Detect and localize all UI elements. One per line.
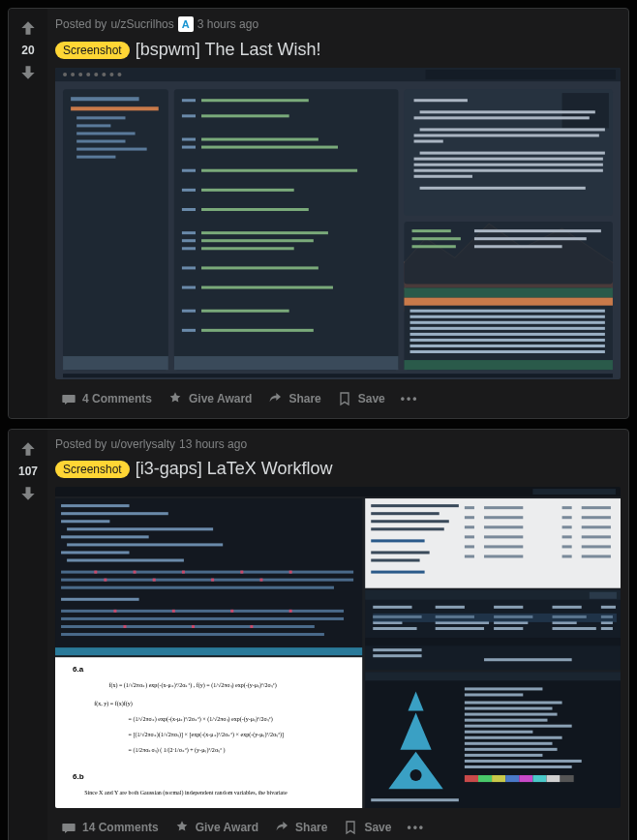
svg-rect-123 (371, 504, 459, 507)
svg-rect-175 (494, 627, 523, 630)
arrow-down-icon (18, 484, 38, 503)
author-link[interactable]: u/zSucrilhos (110, 17, 173, 31)
svg-rect-76 (410, 315, 605, 318)
more-button[interactable]: ••• (395, 388, 425, 409)
svg-point-5 (86, 73, 90, 76)
svg-rect-136 (484, 516, 523, 519)
author-link[interactable]: u/overlysalty (110, 437, 175, 451)
svg-rect-158 (373, 606, 411, 609)
svg-rect-36 (182, 231, 196, 234)
svg-rect-100 (61, 598, 139, 601)
svg-rect-42 (182, 266, 196, 269)
svg-rect-52 (562, 93, 609, 128)
svg-rect-203 (465, 731, 532, 734)
svg-rect-103 (61, 625, 315, 628)
more-button[interactable]: ••• (401, 817, 431, 838)
post-title[interactable]: [bspwm] The Last Wish! (136, 40, 321, 60)
downvote-button[interactable] (16, 61, 40, 84)
post-flair[interactable]: Screenshot (55, 461, 130, 478)
svg-text:= (1/√2πσₓ) exp(-(x-μₓ)²/2σₓ²): = (1/√2πσₓ) exp(-(x-μₓ)²/2σₓ²) × (1/√2πσ… (129, 716, 273, 723)
svg-rect-133 (562, 506, 572, 509)
svg-rect-96 (67, 559, 184, 562)
svg-rect-173 (373, 627, 416, 630)
post-flair[interactable]: Screenshot (55, 42, 130, 59)
svg-rect-199 (465, 707, 553, 710)
svg-rect-109 (289, 571, 292, 574)
svg-text:= (1/2πσₓσᵧ) ( 1/(2·1/σₓ²) + (: = (1/2πσₓσᵧ) ( 1/(2·1/σₓ²) + (y-μᵧ)²/2σᵧ… (129, 747, 226, 754)
svg-rect-93 (61, 536, 149, 539)
svg-rect-97 (61, 571, 353, 574)
svg-rect-135 (465, 516, 474, 519)
save-button[interactable]: Save (331, 387, 391, 410)
svg-rect-41 (201, 247, 294, 250)
svg-rect-66 (412, 229, 451, 232)
post-title[interactable]: [i3-gaps] LaTeX Workflow (136, 459, 333, 479)
svg-rect-159 (436, 606, 465, 609)
title-row: Screenshot [bspwm] The Last Wish! (55, 40, 621, 60)
upvote-button[interactable] (16, 16, 40, 40)
upvote-button[interactable] (16, 437, 40, 461)
award-button[interactable]: Give Award (162, 387, 258, 410)
action-bar: 4 Comments Give Award Share Save ••• (55, 387, 621, 410)
comments-button[interactable]: 14 Comments (55, 816, 165, 839)
post-score: 20 (21, 44, 34, 57)
share-button[interactable]: Share (268, 816, 333, 839)
post-body: Posted by u/zSucrilhos A 3 hours ago Scr… (47, 9, 628, 418)
svg-rect-110 (104, 579, 106, 582)
svg-rect-181 (373, 654, 421, 657)
svg-rect-106 (134, 571, 136, 574)
svg-rect-99 (61, 586, 334, 589)
svg-rect-64 (420, 187, 586, 190)
post-score: 107 (18, 465, 38, 478)
comments-button[interactable]: 4 Comments (55, 387, 158, 410)
post-image[interactable] (55, 68, 621, 379)
svg-rect-132 (484, 506, 523, 509)
svg-rect-161 (553, 606, 582, 609)
vote-column: 107 (9, 430, 47, 840)
svg-point-2 (63, 73, 67, 76)
svg-rect-157 (590, 592, 617, 599)
screenshot-image (55, 68, 621, 379)
svg-rect-209 (465, 765, 572, 768)
svg-rect-43 (201, 266, 318, 269)
svg-rect-211 (478, 775, 492, 782)
svg-rect-26 (182, 137, 196, 140)
post-card: 107 Posted by u/overlysalty 13 hours ago… (8, 429, 629, 840)
save-label: Save (358, 392, 385, 405)
svg-text:6.b: 6.b (73, 772, 84, 781)
svg-rect-35 (201, 208, 309, 211)
svg-rect-129 (371, 559, 419, 562)
svg-rect-37 (201, 231, 328, 234)
svg-rect-77 (410, 321, 605, 324)
svg-rect-54 (420, 110, 595, 113)
svg-rect-121 (55, 647, 362, 655)
svg-rect-25 (201, 114, 289, 117)
save-button[interactable]: Save (337, 816, 397, 839)
vote-column: 20 (9, 9, 47, 418)
svg-rect-131 (465, 506, 474, 509)
svg-rect-21 (174, 89, 399, 370)
share-button[interactable]: Share (261, 387, 326, 410)
svg-rect-156 (365, 590, 621, 600)
share-label: Share (295, 821, 327, 834)
svg-rect-90 (61, 512, 168, 515)
svg-rect-144 (484, 536, 523, 539)
award-icon (167, 391, 183, 406)
svg-rect-197 (465, 694, 523, 697)
svg-rect-113 (259, 579, 262, 582)
svg-point-8 (109, 73, 113, 76)
avatar[interactable]: A (178, 16, 194, 32)
svg-rect-89 (61, 504, 129, 507)
svg-rect-70 (474, 237, 587, 240)
award-button[interactable]: Give Award (168, 816, 264, 839)
post-image[interactable]: 6.a f(x) = (1/√2πσₓ) exp(-(x-μₓ)²/2σₓ²) … (55, 487, 621, 808)
svg-rect-45 (201, 286, 333, 289)
svg-text:Since X and Y are both Gaussia: Since X and Y are both Gaussian (normal)… (84, 790, 288, 796)
svg-rect-53 (414, 99, 468, 102)
downvote-button[interactable] (16, 482, 40, 505)
svg-rect-32 (182, 189, 196, 192)
svg-rect-23 (201, 99, 309, 102)
svg-rect-178 (373, 614, 617, 622)
svg-rect-201 (465, 719, 548, 722)
svg-rect-105 (94, 571, 97, 574)
